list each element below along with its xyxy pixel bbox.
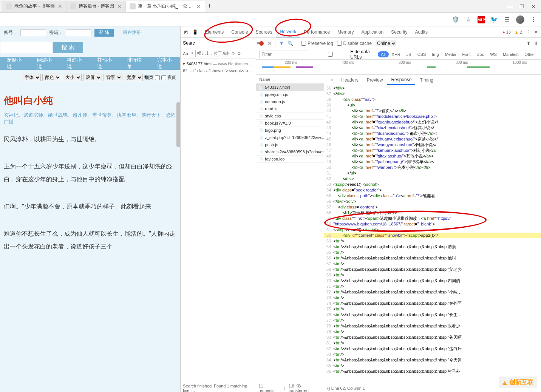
code-line[interactable]: 76<br />&nbsp;&nbsp;&nbsp;&nbsp;&nbsp;&n… — [324, 312, 541, 318]
devtools-tab-security[interactable]: Security — [387, 27, 411, 37]
request-item[interactable]: favicon.ico — [256, 156, 324, 163]
code-line[interactable]: 63<br /> — [324, 238, 541, 244]
nav-link[interactable]: 网游小说 — [30, 57, 60, 70]
code-line[interactable]: 53<script>read1();</script> — [324, 182, 541, 187]
code-line[interactable]: 85<br /> — [324, 363, 541, 369]
browser-tab[interactable]: 老鱼的故事 - 博客园✕ — [2, 1, 66, 12]
code-line[interactable]: 83<br /> — [324, 352, 541, 357]
request-item[interactable]: z_stat.php?id=1260938422&w... — [256, 134, 324, 141]
filter-pill-xhr[interactable]: XHR — [389, 51, 403, 57]
refresh-icon[interactable]: ⟳ — [232, 51, 235, 56]
code-line[interactable]: 84<br />&nbsp;&nbsp;&nbsp;&nbsp;&nbsp;&n… — [324, 357, 541, 363]
request-item[interactable]: push.js — [256, 141, 324, 148]
new-tab-button[interactable]: + — [207, 2, 212, 10]
code-line[interactable]: 68<br />&nbsp;&nbsp;&nbsp;&nbsp;&nbsp;&n… — [324, 267, 541, 272]
code-line[interactable]: 37</div> — [324, 91, 541, 97]
devtools-close-icon[interactable]: ✕ — [534, 29, 538, 35]
code-line[interactable]: 41 <li><a href="/modules/article/bookcas… — [324, 114, 541, 119]
filter-input[interactable] — [259, 51, 308, 58]
request-item[interactable]: book.js?v=1.0 — [256, 120, 324, 127]
device-icon[interactable]: 📱 — [192, 29, 198, 35]
code-line[interactable]: 52 </div> — [324, 176, 541, 182]
bg-select[interactable]: 背景 — [104, 74, 122, 81]
request-item[interactable]: 5403177.html — [256, 84, 324, 91]
code-line[interactable]: 56</div></div> — [324, 199, 541, 204]
browser-tab[interactable]: 第一章 他叫白小纯_一念永恒_修...✕ — [126, 1, 205, 12]
request-item[interactable]: logo.png — [256, 127, 324, 134]
devtools-tab-audits[interactable]: Audits — [411, 27, 431, 37]
filter-pill-ws[interactable]: WS — [487, 51, 500, 57]
filter-pill-img[interactable]: Img — [429, 51, 442, 57]
code-line[interactable]: 46 <li><a href="/wangyouxiaoshuo/">网游小说<… — [324, 142, 541, 148]
browser-tab[interactable]: 博客后台 - 博客园✕ — [66, 1, 126, 12]
inspect-icon[interactable]: ◩ — [183, 29, 189, 35]
tab-close-icon[interactable]: ✕ — [58, 3, 62, 9]
devtools-tab-console[interactable]: Console — [227, 27, 252, 37]
code-line[interactable]: 45 <li><a href="/chuanyuexiaoshuo/">穿越小说… — [324, 136, 541, 142]
close-button[interactable]: ✕ — [531, 3, 536, 9]
width-select[interactable]: 宽度 — [124, 74, 143, 81]
nav-link[interactable]: 完本小说 — [150, 57, 181, 70]
code-line[interactable]: 75<br /> — [324, 306, 541, 312]
warning-badge[interactable]: 2 — [515, 30, 522, 34]
code-line[interactable]: 42 <li><a href="/xuanhuanxiaoshuo/">玄幻小说… — [324, 119, 541, 125]
code-line[interactable]: 54<div class="book reader"> — [324, 187, 541, 193]
menu-icon[interactable]: ⋮ — [530, 16, 537, 23]
response-tab-preview[interactable]: Preview — [363, 75, 387, 85]
source-match[interactable]: 62 ...t" class="showtxt"><script>app... — [183, 67, 253, 74]
nav-link[interactable]: 穿越小说 — [0, 57, 30, 70]
devtools-tab-performance[interactable]: Performance — [300, 27, 334, 37]
code-line[interactable]: 77<br /> — [324, 318, 541, 323]
code-line[interactable]: 66<br />&nbsp;&nbsp;&nbsp;&nbsp;&nbsp;&n… — [324, 255, 541, 261]
devtools-search-input[interactable] — [197, 40, 254, 46]
hide-urls-checkbox[interactable] — [312, 52, 349, 57]
code-line[interactable]: 39 <ul> — [324, 102, 541, 108]
code-line[interactable]: 72<br />&nbsp;&nbsp;&nbsp;&nbsp;&nbsp;&n… — [324, 289, 541, 295]
response-tab-headers[interactable]: Headers — [337, 75, 362, 85]
request-item[interactable]: common.js — [256, 98, 324, 105]
code-line[interactable]: 47 <li><a href="/kehuanxiaoshuo/">科幻小说</… — [324, 148, 541, 153]
code-line[interactable]: 64<br />&nbsp;&nbsp;&nbsp;&nbsp;&nbsp;&n… — [324, 244, 541, 250]
code-line[interactable]: 57 <div class="content"> — [324, 204, 541, 210]
bird-icon[interactable]: 🐦 — [490, 16, 498, 23]
code-line[interactable]: 48 <li><a href="/qitaxiaoshuo/">其他小说</a>… — [324, 153, 541, 159]
network-timeline[interactable]: 200 ms400 ms600 ms800 ms1000 ms — [256, 60, 541, 75]
devtools-tab-application[interactable]: Application — [357, 27, 387, 37]
code-line[interactable]: 79<br /> — [324, 329, 541, 335]
nav-link[interactable]: 其他小说 — [90, 57, 121, 70]
code-line[interactable]: 74<br />&nbsp;&nbsp;&nbsp;&nbsp;&nbsp;&n… — [324, 301, 541, 306]
code-line[interactable]: 73<br /> — [324, 295, 541, 301]
password-input[interactable] — [66, 29, 91, 36]
filter-pill-doc[interactable]: Doc — [474, 51, 487, 57]
code-line[interactable]: 82<br />&nbsp;&nbsp;&nbsp;&nbsp;&nbsp;&n… — [324, 346, 541, 352]
code-line[interactable]: 70<br />&nbsp;&nbsp;&nbsp;&nbsp;&nbsp;&n… — [324, 278, 541, 284]
abp-icon[interactable]: ABP — [478, 16, 485, 23]
filter-pill-media[interactable]: Media — [442, 51, 459, 57]
request-item[interactable]: style.css — [256, 113, 324, 120]
code-line[interactable]: 78<br />&nbsp;&nbsp;&nbsp;&nbsp;&nbsp;&n… — [324, 323, 541, 329]
star-icon[interactable]: ☆ — [465, 16, 472, 23]
extension-icon[interactable]: ☰ — [503, 16, 511, 23]
maximize-button[interactable]: ☐ — [519, 3, 524, 9]
nav-link[interactable]: 科幻小说 — [60, 57, 90, 70]
filter-pill-all[interactable]: All — [378, 51, 388, 57]
response-code[interactable]: 36</div>37</div>38 <div class="nav">39 <… — [324, 85, 541, 384]
code-line[interactable]: 55 <div class="path"><div class="p"><a h… — [324, 193, 541, 199]
request-item[interactable]: share.js?v=89860593.js?cdnver... — [256, 148, 324, 156]
tab-close-icon[interactable]: ✕ — [196, 3, 201, 9]
avatar-icon[interactable] — [516, 15, 524, 24]
upload-icon[interactable]: ⬆ — [527, 41, 530, 46]
code-line[interactable]: 81<br /> — [324, 340, 541, 346]
response-tab-timing[interactable]: Timing — [416, 75, 437, 85]
code-line[interactable]: 62 <div id="content" class="showtxt"><sc… — [324, 233, 541, 238]
minimize-button[interactable]: — — [507, 3, 513, 9]
account-input[interactable] — [20, 29, 46, 36]
devtools-tab-memory[interactable]: Memory — [334, 27, 357, 37]
code-line[interactable]: 40 <li><a href="/">首页</a></li> — [324, 108, 541, 114]
code-line[interactable]: 86<br />&nbsp;&nbsp;&nbsp;&nbsp;&nbsp;&n… — [324, 369, 541, 374]
code-line[interactable]: 51 </ul> — [324, 170, 541, 176]
code-line[interactable]: 43 <li><a href="/xiuzhenxiaoshuo/">修真小说<… — [324, 125, 541, 131]
disable-cache-checkbox[interactable] — [337, 41, 342, 46]
size-select[interactable]: 大小 — [63, 74, 82, 81]
code-line[interactable]: 80<br />&nbsp;&nbsp;&nbsp;&nbsp;&nbsp;&n… — [324, 335, 541, 340]
